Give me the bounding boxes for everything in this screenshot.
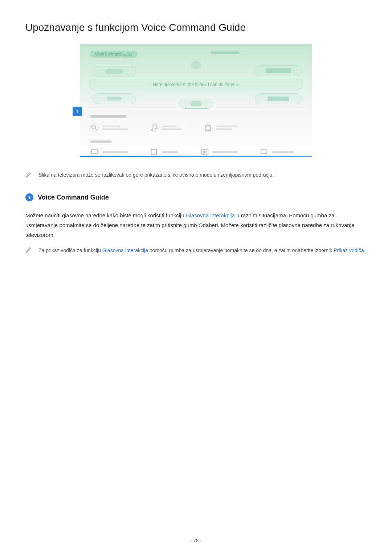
- screenshot-header-label: Voice Command Guide: [90, 51, 138, 58]
- pill-content: [268, 97, 289, 101]
- command-item: [150, 123, 182, 132]
- divider-tick: [185, 108, 207, 109]
- svg-rect-10: [261, 150, 267, 154]
- body-text-part: Možete naučiti glasovne naredbe kako bis…: [25, 212, 186, 218]
- placeholder-line: [272, 151, 294, 153]
- tv-icon: [90, 148, 99, 156]
- command-row-2: [90, 148, 305, 156]
- placeholder-line: [102, 126, 121, 127]
- suggestion-pill-center: [180, 99, 212, 109]
- note-row-2: Za prikaz vodiča za funkciju Glasovna in…: [25, 246, 367, 255]
- subnote-part: .: [364, 247, 365, 253]
- section-heading: Voice Command Guide: [38, 194, 109, 201]
- subnote-part: pomoću gumba za usmjeravanje pomaknite s…: [148, 247, 334, 253]
- link-glasovna-interakcija[interactable]: Glasovna interakcija: [186, 212, 235, 218]
- svg-rect-7: [151, 149, 157, 155]
- calendar-icon: [204, 123, 212, 132]
- placeholder-line: [162, 151, 178, 153]
- section-body: Možete naučiti glasovne naredbe kako bis…: [25, 210, 367, 240]
- page-title: Upoznavanje s funkcijom Voice Command Gu…: [25, 22, 367, 33]
- pill-content: [105, 69, 123, 74]
- section-label-placeholder-2: [90, 140, 112, 143]
- placeholder-line: [216, 128, 232, 130]
- subnote-part: Za prikaz vodiča za funkciju: [38, 247, 102, 253]
- suggestion-pill-2: [255, 65, 302, 76]
- note-row-1: Slika na televizoru može se razlikovati …: [25, 171, 367, 179]
- svg-line-1: [95, 129, 97, 131]
- section-heading-row: 1 Voice Command Guide: [25, 193, 367, 201]
- pencil-icon: [25, 247, 31, 253]
- suggestion-pill-4: [255, 93, 302, 104]
- placeholder-line: [162, 126, 176, 127]
- command-item: [150, 148, 178, 156]
- svg-rect-4: [205, 126, 211, 131]
- command-item: [200, 148, 238, 156]
- suggestion-pill-3: [93, 93, 136, 104]
- callout-number-badge: 1: [73, 107, 82, 116]
- screenshot-bottom-border: [80, 156, 312, 157]
- note-text: Slika na televizoru može se razlikovati …: [38, 171, 274, 179]
- music-icon: [150, 123, 158, 132]
- arrow-icon: [107, 97, 122, 100]
- link-glasovna-interakcija-2[interactable]: Glasovna interakcija: [102, 247, 148, 253]
- placeholder-line: [102, 128, 128, 130]
- guide-icon: [150, 148, 158, 156]
- svg-rect-6: [91, 150, 98, 154]
- svg-point-3: [155, 128, 156, 130]
- tv-screenshot: Voice Command Guide Here are some of the…: [80, 44, 312, 157]
- subnote-text: Za prikaz vodiča za funkciju Glasovna in…: [38, 246, 365, 255]
- command-row-1: [90, 123, 305, 132]
- placeholder-line: [102, 151, 128, 153]
- command-item: [90, 148, 128, 156]
- section-number-badge: 1: [25, 193, 33, 201]
- placeholder-line: [162, 128, 182, 130]
- command-item: [204, 123, 238, 132]
- play-icon: [200, 148, 209, 156]
- screenshot-top-bar: [211, 52, 240, 54]
- command-item: [90, 123, 128, 132]
- search-icon: [90, 123, 99, 132]
- suggestion-pill-1: [93, 66, 136, 77]
- placeholder-line: [216, 126, 238, 127]
- link-prikaz-vodica[interactable]: Prikaz vodiča: [334, 247, 364, 253]
- speech-bubble-icon: [191, 61, 201, 69]
- pencil-icon: [25, 172, 31, 178]
- command-item: [260, 148, 294, 156]
- main-pill-text: Here are some of the things I can do for…: [153, 82, 239, 87]
- svg-point-0: [92, 125, 96, 129]
- section-label-placeholder: [90, 115, 126, 118]
- divider-line: [87, 109, 305, 109]
- pill-content: [191, 101, 201, 106]
- display-icon: [260, 148, 268, 156]
- placeholder-line: [212, 151, 238, 153]
- svg-point-2: [152, 129, 153, 131]
- svg-marker-9: [204, 151, 206, 153]
- pill-content: [266, 68, 291, 73]
- main-suggestion-pill: Here are some of the things I can do for…: [89, 79, 303, 90]
